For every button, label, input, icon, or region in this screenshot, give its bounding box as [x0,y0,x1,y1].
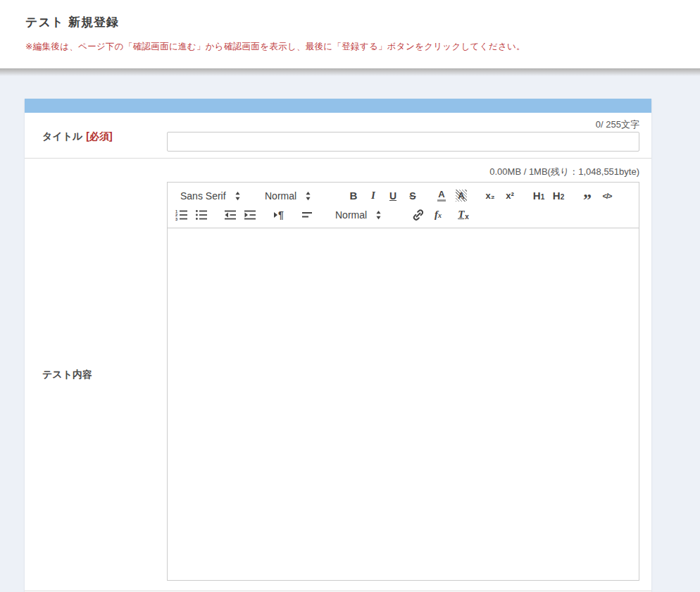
paragraph-format-picker[interactable]: Normal [265,190,335,202]
editor-toolbar: Sans Serif Normal B I U S A [167,182,639,228]
text-color-button[interactable]: A [433,187,450,204]
picker-arrows-icon [375,210,382,220]
required-badge: [必須] [86,130,112,142]
align-left-icon [301,209,314,221]
inline-format-group: B I U S [345,187,424,204]
bold-button[interactable]: B [345,187,362,204]
clean-format-icon: Tx [458,209,469,221]
ordered-list-button[interactable]: 123 [173,206,190,223]
code-block-icon: </> [603,192,612,200]
text-direction-button[interactable]: ¶ [270,206,287,223]
strikethrough-button[interactable]: S [404,187,421,204]
superscript-button[interactable]: x² [501,187,518,204]
clean-format-button[interactable]: Tx [455,206,472,223]
align-button[interactable] [299,206,316,223]
font-size-picker[interactable]: Normal [335,209,400,221]
insert-group: fx Tx [410,206,475,223]
picker-arrows-icon [305,191,311,201]
outdent-icon [224,209,237,221]
link-button[interactable] [410,206,427,223]
indent-button[interactable] [242,206,258,223]
registration-form-panel: タイトル[必須] 0/ 255文字 テスト内容 0.00MB / 1MB(残り：… [25,99,651,592]
align-group [299,206,319,223]
direction-group: ¶ [270,206,290,223]
header-shadow-divider [0,68,700,76]
background-color-icon: A [456,190,466,202]
indent-icon [244,209,256,221]
edit-instruction-note: ※編集後は、ページ下の「確認画面に進む」から確認画面を表示し、最後に「登録する」… [25,41,675,53]
toolbar-row-1: Sans Serif Normal B I U S A [173,186,633,205]
indent-group [222,206,261,223]
text-direction-icon: ¶ [274,209,284,221]
font-family-picker[interactable]: Sans Serif [173,190,256,202]
script-group: x₂ x² [482,187,521,204]
font-family-picker-label: Sans Serif [180,190,226,202]
block-group: ” </> [579,187,618,204]
underline-icon: U [389,190,396,202]
heading1-icon: H1 [533,190,544,201]
outdent-button[interactable] [222,206,239,223]
superscript-icon: x² [506,190,514,201]
list-group: 123 [173,206,213,223]
rich-text-editor-area[interactable] [167,228,639,581]
content-size-counter: 0.00MB / 1MB(残り：1,048,551byte) [167,166,639,178]
code-block-button[interactable]: </> [599,187,615,204]
heading-group: H1 H2 [530,187,570,204]
link-icon [412,209,425,221]
panel-accent-bar [25,99,651,113]
heading2-icon: H2 [553,190,564,201]
bullet-list-button[interactable] [193,206,210,223]
subscript-button[interactable]: x₂ [482,187,499,204]
formula-button[interactable]: fx [430,206,446,223]
title-field-cell: 0/ 255文字 [167,113,651,158]
strikethrough-icon: S [409,190,415,202]
title-input[interactable] [167,132,639,152]
content-field-row: テスト内容 0.00MB / 1MB(残り：1,048,551byte) San… [25,159,651,591]
content-field-cell: 0.00MB / 1MB(残り：1,048,551byte) Sans Seri… [167,159,651,591]
subscript-icon: x₂ [485,190,494,201]
italic-button[interactable]: I [365,187,382,204]
color-group: A A [433,187,473,204]
row-divider-bottom [25,591,651,591]
svg-text:3: 3 [175,216,177,221]
title-label: タイトル [42,130,82,142]
title-label-cell: タイトル[必須] [25,113,167,158]
formula-icon: fx [435,209,442,221]
italic-icon: I [371,190,375,202]
heading2-button[interactable]: H2 [550,187,567,204]
underline-button[interactable]: U [385,187,401,204]
bold-icon: B [350,190,358,202]
title-field-row: タイトル[必須] 0/ 255文字 [25,113,651,158]
toolbar-row-2: 123 [173,205,633,224]
content-label-cell: テスト内容 [25,159,167,591]
bullet-list-icon [195,209,208,221]
ordered-list-icon: 123 [175,209,188,221]
blockquote-button[interactable]: ” [579,187,596,204]
page-title: テスト 新規登録 [25,14,675,30]
text-color-icon: A [437,190,445,202]
content-label: テスト内容 [42,369,92,381]
font-size-picker-label: Normal [335,209,367,221]
background-color-button[interactable]: A [453,187,470,204]
title-char-counter: 0/ 255文字 [167,118,639,130]
heading1-button[interactable]: H1 [530,187,547,204]
blockquote-icon: ” [583,189,592,203]
page-header: テスト 新規登録 ※編集後は、ページ下の「確認画面に進む」から確認画面を表示し、… [0,0,700,68]
paragraph-format-picker-label: Normal [265,190,296,202]
picker-arrows-icon [235,191,241,201]
